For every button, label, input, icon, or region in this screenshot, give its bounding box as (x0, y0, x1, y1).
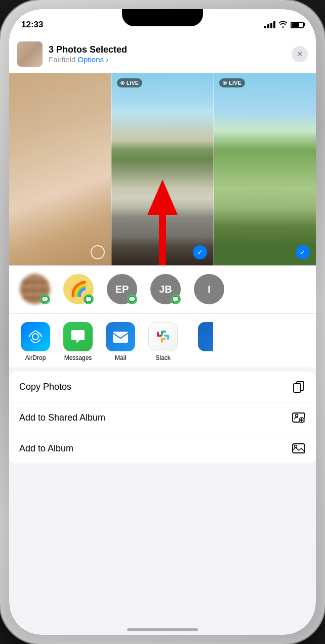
app-item-messages[interactable]: Messages (60, 322, 96, 361)
select-circle-left[interactable] (91, 245, 105, 259)
svg-rect-7 (167, 335, 169, 340)
phone-frame: 12:33 (0, 0, 325, 644)
app-item-partial[interactable] (187, 322, 224, 361)
battery-icon (291, 22, 304, 28)
copy-photos-row[interactable]: Copy Photos (9, 372, 316, 402)
photo-center[interactable]: LIVE ✓ (111, 73, 215, 265)
airdrop-icon (21, 322, 50, 351)
message-icon-ep: 💬 (129, 296, 136, 303)
add-shared-album-row[interactable]: Add to Shared Album (9, 402, 316, 433)
slack-label: Slack (155, 354, 170, 361)
status-time: 12:33 (21, 20, 43, 30)
live-dot-right-icon (223, 81, 227, 85)
airdrop-label: AirDrop (25, 354, 46, 361)
svg-rect-13 (294, 384, 301, 392)
message-icon-rainbow: 💬 (85, 296, 92, 303)
close-button[interactable]: ✕ (292, 46, 308, 62)
contact-item-rainbow[interactable]: 🌈 💬 (61, 274, 96, 307)
message-icon-jb: 💬 (172, 296, 179, 303)
app-item-airdrop[interactable]: AirDrop (17, 322, 54, 361)
message-badge-rainbow: 💬 (84, 294, 94, 304)
app-item-mail[interactable]: Mail (102, 322, 139, 361)
add-shared-album-label: Add to Shared Album (19, 412, 105, 423)
mail-icon (106, 322, 135, 351)
contact-item-1[interactable]: 💬 (17, 274, 53, 307)
svg-rect-3 (113, 332, 128, 343)
home-indicator (127, 628, 198, 631)
svg-point-21 (295, 445, 297, 448)
message-badge-ep: 💬 (127, 294, 137, 304)
live-badge-center: LIVE (117, 78, 142, 87)
action-list: Copy Photos Add to Shared Album (9, 372, 316, 464)
app-item-slack[interactable]: Slack (145, 322, 181, 361)
message-icon: 💬 (42, 296, 49, 303)
photo-right[interactable]: LIVE ✓ (214, 73, 316, 265)
svg-point-2 (32, 334, 38, 340)
apps-row: AirDrop Messages (9, 313, 316, 367)
copy-photos-label: Copy Photos (19, 382, 71, 392)
partial-app-icon (198, 322, 213, 351)
header-subtitle: Fairfield Options › (49, 55, 286, 64)
add-album-icon (292, 441, 306, 455)
message-badge-1: 💬 (40, 294, 50, 304)
share-header: 3 Photos Selected Fairfield Options › ✕ (9, 34, 316, 73)
notch (122, 9, 203, 26)
screen-content: 3 Photos Selected Fairfield Options › ✕ (9, 34, 316, 635)
add-album-label: Add to Album (19, 443, 73, 454)
copy-photos-icon (292, 380, 306, 394)
photo-left[interactable] (9, 73, 111, 265)
select-circle-right[interactable]: ✓ (296, 245, 310, 259)
add-shared-album-icon (292, 410, 306, 425)
svg-rect-11 (161, 338, 163, 343)
options-link[interactable]: Options › (77, 55, 108, 64)
svg-rect-5 (157, 332, 159, 337)
status-icons (264, 21, 304, 29)
live-dot-icon (120, 81, 125, 85)
messages-label: Messages (64, 354, 92, 361)
status-bar: 12:33 (9, 9, 316, 34)
mail-label: Mail (115, 354, 126, 361)
message-badge-jb: 💬 (171, 294, 181, 304)
contact-item-partial[interactable]: I (191, 274, 227, 307)
photos-selected-title: 3 Photos Selected (49, 44, 286, 55)
live-badge-right: LIVE (219, 78, 245, 87)
signal-bars-icon (264, 21, 275, 28)
header-text: 3 Photos Selected Fairfield Options › (49, 44, 286, 64)
messages-icon (63, 322, 93, 351)
contact-item-jb[interactable]: JB 💬 (148, 274, 183, 307)
add-album-row[interactable]: Add to Album (9, 433, 316, 464)
contact-item-ep[interactable]: EP 💬 (104, 274, 140, 307)
svg-rect-9 (161, 331, 166, 333)
photos-strip: LIVE ✓ LIVE ✓ (9, 73, 316, 265)
select-circle-center[interactable]: ✓ (193, 245, 207, 259)
slack-icon (148, 322, 178, 351)
contacts-row: 💬 🌈 💬 (9, 265, 316, 313)
photo-thumbnail (17, 41, 43, 67)
location-label: Fairfield (49, 55, 75, 64)
svg-point-19 (296, 415, 298, 417)
phone-screen: 12:33 (9, 9, 316, 635)
wifi-icon (278, 21, 288, 29)
